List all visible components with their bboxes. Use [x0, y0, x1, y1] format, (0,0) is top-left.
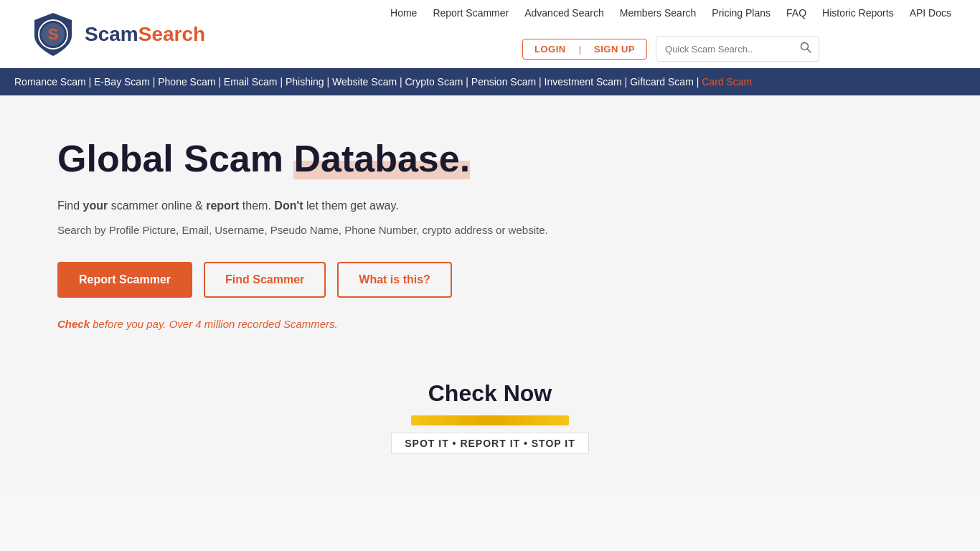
ticker-item-pension[interactable]: Pension Scam — [471, 76, 536, 88]
ticker-item-website[interactable]: Website Scam — [332, 76, 397, 88]
check-now-section: Check Now SPOT IT • REPORT IT • STOP IT — [57, 359, 923, 468]
check-bold: Check — [57, 318, 90, 330]
hero-desc: Search by Profile Picture, Email, Userna… — [57, 224, 923, 236]
ticker-separator: | — [466, 76, 471, 88]
signup-button[interactable]: SIGN UP — [583, 39, 646, 59]
ticker-separator: | — [400, 76, 405, 88]
search-icon — [800, 42, 811, 53]
ticker-item-phishing[interactable]: Phishing — [286, 76, 324, 88]
hero-section: Global Scam Database. Find your scammer … — [0, 95, 980, 497]
check-italic: before you pay. Over 4 million recorded … — [90, 318, 338, 330]
nav-report-scammer[interactable]: Report Scammer — [433, 7, 509, 19]
ticker-separator: | — [280, 76, 286, 88]
nav-members-search[interactable]: Members Search — [620, 7, 697, 19]
ticker-item-investment[interactable]: Investment Scam — [545, 76, 622, 88]
ticker-separator: | — [327, 76, 333, 88]
auth-divider: | — [578, 44, 583, 55]
ticker-item-crypto[interactable]: Crypto Scam — [405, 76, 463, 88]
nav-links: Home Report Scammer Advanced Search Memb… — [390, 7, 951, 19]
search-box — [656, 36, 819, 62]
svg-text:S: S — [48, 25, 59, 43]
search-button[interactable] — [793, 37, 819, 61]
site-header: S ScamSearch Home Report Scammer Advance… — [0, 0, 980, 68]
hero-subtitle: Find your scammer online & report them. … — [57, 197, 923, 215]
ticker-item-ebay[interactable]: E-Bay Scam — [94, 76, 150, 88]
logo-text: ScamSearch — [85, 24, 205, 44]
nav-historic-reports[interactable]: Historic Reports — [822, 7, 894, 19]
report-scammer-button[interactable]: Report Scammer — [57, 262, 192, 298]
ticker-separator: | — [218, 76, 224, 88]
check-now-title: Check Now — [428, 380, 552, 407]
what-is-this-button[interactable]: What is this? — [337, 262, 452, 298]
hero-title: Global Scam Database. — [57, 138, 923, 179]
ticker-content: Romance Scam | E-Bay Scam | Phone Scam |… — [0, 76, 766, 88]
logo-icon: S — [29, 10, 77, 59]
nav-pricing-plans[interactable]: Pricing Plans — [712, 7, 771, 19]
search-input[interactable] — [656, 39, 793, 60]
ticker-item-card[interactable]: Card Scam — [702, 76, 752, 88]
ticker-item-email[interactable]: Email Scam — [224, 76, 278, 88]
header-nav: Home Report Scammer Advanced Search Memb… — [390, 7, 951, 62]
ticker-item-phone[interactable]: Phone Scam — [158, 76, 215, 88]
nav-faq[interactable]: FAQ — [786, 7, 806, 19]
hero-buttons: Report Scammer Find Scammer What is this… — [57, 262, 923, 298]
login-button[interactable]: LOGIN — [523, 39, 578, 59]
hero-check-text: Check before you pay. Over 4 million rec… — [57, 318, 923, 330]
svg-line-4 — [808, 50, 811, 53]
ticker-separator: | — [539, 76, 545, 88]
nav-api-docs[interactable]: API Docs — [910, 7, 951, 19]
ticker-separator: | — [88, 76, 94, 88]
ticker-separator: | — [625, 76, 631, 88]
nav-home[interactable]: Home — [390, 7, 417, 19]
ticker-banner: Romance Scam | E-Bay Scam | Phone Scam |… — [0, 68, 980, 95]
logo[interactable]: S ScamSearch — [29, 10, 205, 59]
check-now-tagline: SPOT IT • REPORT IT • STOP IT — [391, 433, 588, 454]
ticker-item-giftcard[interactable]: Giftcard Scam — [630, 76, 694, 88]
check-now-bar — [411, 415, 569, 425]
hero-title-highlight: Database. — [293, 138, 470, 179]
nav-advanced-search[interactable]: Advanced Search — [524, 7, 604, 19]
find-scammer-button[interactable]: Find Scammer — [204, 262, 326, 298]
header-actions: LOGIN | SIGN UP — [522, 36, 819, 62]
auth-buttons: LOGIN | SIGN UP — [522, 39, 647, 60]
ticker-item-romance[interactable]: Romance Scam — [14, 76, 86, 88]
hero-title-part1: Global Scam — [57, 138, 293, 179]
